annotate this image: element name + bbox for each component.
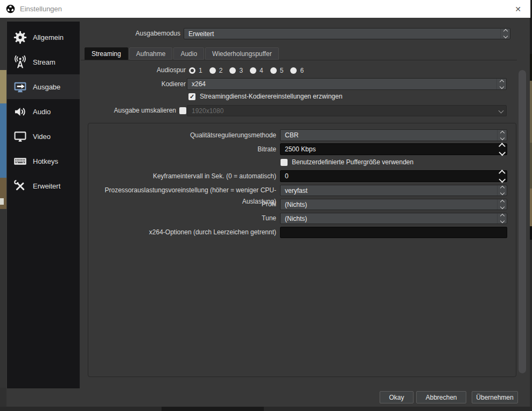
rate-control-select[interactable]: CBR bbox=[280, 129, 507, 141]
background-strip bbox=[162, 407, 264, 411]
chevron-down-icon bbox=[500, 191, 504, 195]
window-title: Einstellungen bbox=[20, 5, 62, 13]
chevron-up-icon bbox=[500, 186, 504, 190]
bitrate-value: 2500 Kbps bbox=[285, 145, 316, 153]
enforce-settings-row: ✓ Streamingdienst-Kodierereinstellungen … bbox=[188, 93, 342, 100]
tune-select[interactable]: (Nichts) bbox=[280, 213, 507, 224]
spinner-icon[interactable] bbox=[496, 79, 506, 89]
checkbox-checked-icon[interactable]: ✓ bbox=[188, 93, 195, 100]
encoder-label: Kodierer bbox=[6, 78, 186, 90]
chevron-up-icon bbox=[500, 214, 504, 218]
background-sliver bbox=[530, 189, 532, 226]
keyframe-label: Keyframeintervall in Sek. (0 = automatis… bbox=[88, 170, 276, 182]
chevron-down-icon bbox=[503, 34, 507, 38]
cpu-preset-value: veryfast bbox=[285, 187, 307, 194]
custom-buffer-label: Benutzerdefinierte Puffergröße verwenden bbox=[292, 158, 414, 166]
encoder-settings-group: Qualitätsregulierungsmethode CBR Bitrate… bbox=[88, 123, 516, 377]
titlebar: Einstellungen ✕ bbox=[0, 0, 530, 18]
rescale-checkbox[interactable] bbox=[179, 107, 186, 114]
background-sliver bbox=[530, 54, 532, 81]
encoder-select[interactable]: x264 bbox=[187, 78, 507, 90]
spinner-icon[interactable] bbox=[497, 213, 507, 224]
sidebar-item-hotkeys[interactable]: Hotkeys bbox=[7, 149, 80, 173]
radio-track-5[interactable]: 5 bbox=[270, 67, 284, 74]
radio-icon bbox=[250, 67, 256, 74]
background-sliver bbox=[530, 240, 532, 411]
spinner-icon[interactable] bbox=[497, 199, 507, 210]
chevron-up-icon bbox=[503, 29, 507, 33]
sidebar-item-video[interactable]: Video bbox=[7, 124, 80, 149]
tab-streaming[interactable]: Streaming bbox=[85, 47, 128, 60]
tune-value: (Nichts) bbox=[285, 215, 307, 222]
radio-label: 1 bbox=[199, 67, 202, 74]
radio-track-2[interactable]: 2 bbox=[209, 67, 223, 74]
x264-options-label: x264-Optionen (durch Leerzeichen getrenn… bbox=[88, 227, 276, 238]
chevron-down-icon bbox=[500, 205, 504, 209]
sidebar-item-label: Erweitert bbox=[33, 182, 60, 190]
radio-icon bbox=[209, 67, 216, 74]
output-mode-select[interactable]: Erweitert bbox=[184, 28, 510, 39]
radio-track-6[interactable]: 6 bbox=[290, 67, 304, 74]
rate-control-label: Qualitätsregulierungsmethode bbox=[88, 129, 276, 141]
cancel-button[interactable]: Abbrechen bbox=[416, 391, 466, 403]
output-mode-label: Ausgabemodus bbox=[6, 28, 180, 39]
background-sliver bbox=[530, 81, 532, 143]
enforce-settings-label: Streamingdienst-Kodierereinstellungen er… bbox=[200, 93, 342, 100]
sidebar-item-label: Stream bbox=[33, 58, 55, 66]
tune-label: Tune bbox=[88, 213, 276, 224]
output-mode-value: Erweitert bbox=[188, 30, 214, 38]
keyframe-input[interactable]: 0 bbox=[280, 170, 507, 182]
spinner-icon[interactable] bbox=[498, 171, 506, 182]
radio-track-1[interactable]: 1 bbox=[189, 67, 202, 74]
tab-aufnahme[interactable]: Aufnahme bbox=[129, 47, 173, 60]
background-strip bbox=[0, 407, 532, 411]
bitrate-label: Bitrate bbox=[88, 143, 276, 155]
chevron-down-icon bbox=[500, 135, 504, 140]
keyframe-value: 0 bbox=[285, 172, 289, 180]
radio-label: 2 bbox=[219, 67, 223, 74]
spinner-icon[interactable] bbox=[498, 144, 506, 155]
chevron-down-icon bbox=[499, 84, 503, 88]
tab-wiederholungspuffer[interactable]: Wiederholungspuffer bbox=[205, 47, 279, 60]
rescale-resolution-select[interactable]: 1920x1080 bbox=[187, 105, 507, 116]
encoder-value: x264 bbox=[192, 80, 206, 88]
audio-track-radios: 1 2 3 4 5 6 bbox=[189, 66, 311, 74]
chevron-up-icon bbox=[499, 143, 505, 149]
chevron-down-icon bbox=[499, 108, 504, 114]
cpu-preset-select[interactable]: veryfast bbox=[280, 185, 507, 196]
settings-window: Einstellungen ✕ bbox=[0, 0, 532, 411]
chevron-up-icon bbox=[500, 130, 504, 135]
radio-track-3[interactable]: 3 bbox=[229, 67, 243, 74]
custom-buffer-row: Benutzerdefinierte Puffergröße verwenden bbox=[281, 158, 414, 166]
chevron-down-icon bbox=[499, 149, 505, 156]
x264-options-input[interactable] bbox=[280, 227, 507, 238]
spinner-icon[interactable] bbox=[500, 29, 510, 39]
close-icon[interactable]: ✕ bbox=[511, 0, 525, 18]
chevron-up-icon bbox=[499, 79, 503, 83]
radio-icon bbox=[229, 67, 236, 74]
okay-button[interactable]: Okay bbox=[380, 391, 414, 403]
chevron-up-icon bbox=[500, 200, 504, 204]
tab-divider bbox=[81, 60, 517, 60]
sidebar-item-label: Video bbox=[33, 133, 51, 141]
profile-select[interactable]: (Nichts) bbox=[280, 199, 507, 210]
apply-button[interactable]: Übernehmen bbox=[472, 391, 518, 403]
chevron-up-icon bbox=[499, 170, 505, 176]
sidebar-item-label: Hotkeys bbox=[33, 157, 58, 165]
radio-track-4[interactable]: 4 bbox=[250, 67, 263, 74]
spinner-icon[interactable] bbox=[497, 185, 507, 196]
sidebar-item-erweitert[interactable]: Erweitert bbox=[7, 173, 80, 198]
custom-buffer-checkbox[interactable] bbox=[281, 159, 288, 166]
spinner-icon[interactable] bbox=[497, 130, 507, 141]
radio-label: 5 bbox=[280, 67, 284, 74]
background-sliver bbox=[530, 143, 532, 189]
tab-audio[interactable]: Audio bbox=[173, 47, 204, 60]
keyboard-icon bbox=[12, 154, 28, 169]
monitor-icon bbox=[12, 129, 28, 144]
radio-label: 3 bbox=[239, 67, 243, 74]
profile-value: (Nichts) bbox=[285, 201, 307, 208]
bitrate-input[interactable]: 2500 Kbps bbox=[280, 143, 507, 155]
scrollbar-handle[interactable] bbox=[519, 70, 526, 373]
chevron-down-icon bbox=[500, 219, 504, 223]
radio-label: 4 bbox=[260, 67, 263, 74]
